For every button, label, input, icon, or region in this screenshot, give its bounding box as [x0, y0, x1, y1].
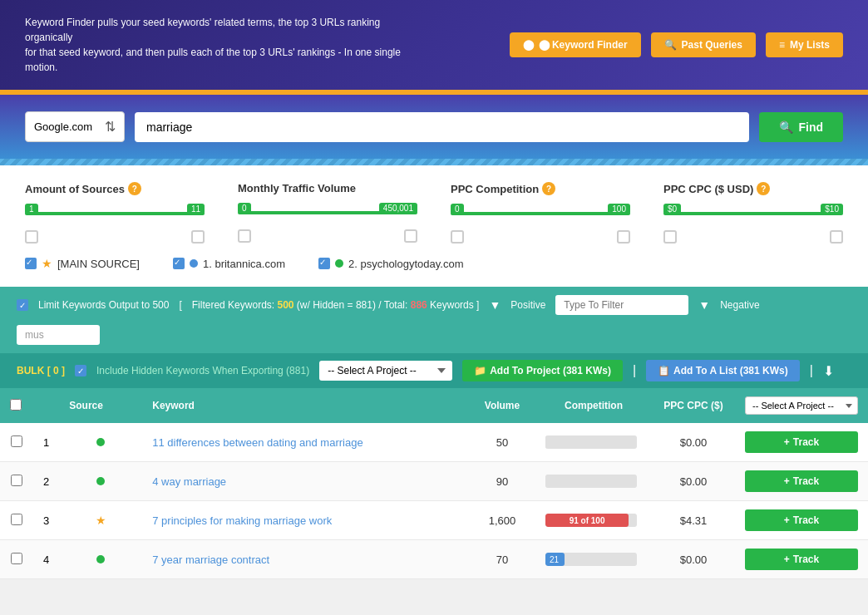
th-select [0, 388, 33, 423]
source2-checkbox[interactable] [318, 258, 330, 269]
find-button[interactable]: 🔍 Find [759, 112, 843, 142]
include-hidden-label: Include Hidden Keywords When Exporting (… [96, 365, 309, 376]
past-queries-button[interactable]: 🔍 Past Queries [651, 32, 756, 57]
source1-dot-icon [190, 259, 198, 268]
bulk-project-select[interactable]: -- Select A Project -- [319, 361, 452, 381]
sources-thumb-left[interactable] [25, 230, 38, 244]
row-track-cell: + Track [735, 501, 868, 540]
header-description: Keyword Finder pulls your seed keywords'… [25, 15, 424, 75]
sources-min-badge: 1 [25, 204, 38, 214]
competition-bar-fill-red: 91 of 100 [545, 514, 629, 527]
sources-track [25, 212, 205, 215]
search-engine-select[interactable]: Google.com ⇅ [25, 111, 125, 142]
row-ppc-cpc: $0.00 [652, 540, 735, 579]
keyword-link[interactable]: 4 way marriage [152, 475, 226, 488]
table-row: 3★7 principles for making marriage work1… [0, 501, 868, 540]
filter-amount-sources: Amount of Sources ? 1 11 [25, 182, 205, 244]
add-to-list-button[interactable]: 📋 Add To A List (381 KWs) [646, 360, 800, 381]
plus-icon: + [784, 436, 790, 448]
cpc-thumb-left[interactable] [663, 230, 677, 244]
row-checkbox[interactable] [11, 553, 22, 564]
keywords-table-container: Source Keyword Volume Competition PPC CP… [0, 388, 868, 579]
source1-item: 1. britannica.com [173, 258, 285, 270]
sources-thumb-right[interactable] [191, 230, 205, 244]
th-number [33, 388, 59, 423]
cpc-thumb-right[interactable] [830, 230, 843, 244]
row-volume: 50 [469, 423, 535, 462]
sources-row: ★ [MAIN SOURCE] 1. britannica.com 2. psy… [25, 257, 843, 270]
ppc-comp-thumb-right[interactable] [617, 230, 630, 244]
track-button[interactable]: + Track [745, 470, 858, 492]
traffic-min-badge: 0 [238, 203, 251, 214]
include-hidden-checkbox[interactable]: ✓ [75, 365, 86, 376]
my-lists-button[interactable]: ≡ My Lists [766, 32, 843, 57]
ppc-comp-thumb-left[interactable] [451, 230, 464, 244]
row-track-cell: + Track [735, 423, 868, 462]
search-engine-label: Google.com [34, 121, 92, 133]
positive-label: Positive [510, 299, 545, 311]
filter-ppc-cpc-label: PPC CPC ($ USD) ? [663, 182, 843, 195]
competition-bar-fill [545, 475, 550, 488]
traffic-thumb-right[interactable] [404, 229, 417, 243]
filter-positive-icon: ▼ [489, 298, 501, 312]
row-source [59, 423, 142, 462]
track-button[interactable]: + Track [745, 509, 858, 531]
ppc-comp-track [451, 212, 630, 215]
limit-label: Limit Keywords Output to 500 [38, 299, 169, 311]
row-number: 4 [33, 540, 59, 579]
keyword-link[interactable]: 7 year marriage contract [152, 554, 269, 566]
main-source-checkbox[interactable] [25, 258, 37, 269]
th-ppc-cpc: PPC CPC ($) [652, 388, 735, 423]
help-sources-icon[interactable]: ? [128, 182, 141, 195]
row-checkbox[interactable] [11, 475, 22, 486]
folder-icon: 📁 [474, 365, 486, 376]
positive-filter-input[interactable] [555, 295, 688, 315]
row-source [59, 462, 142, 501]
hidden-label: (w/ Hidden = 881) / Total: [297, 299, 408, 311]
ppc-comp-range[interactable]: 0 100 [451, 204, 630, 224]
keyword-finder-button[interactable]: ⬤ ⬤ Keyword Finder [510, 32, 641, 57]
list-icon: 📋 [658, 365, 670, 376]
download-icon[interactable]: ⬇ [823, 363, 834, 379]
source1-checkbox[interactable] [173, 258, 185, 269]
row-ppc-cpc: $0.00 [652, 423, 735, 462]
add-to-project-button[interactable]: 📁 Add To Project (381 KWs) [462, 360, 623, 381]
cpc-range[interactable]: $0 $10 [663, 204, 843, 224]
limit-checkbox[interactable]: ✓ [17, 299, 28, 311]
source2-label: 2. psychologytoday.com [348, 258, 464, 270]
row-ppc-cpc: $0.00 [652, 462, 735, 501]
keyword-link[interactable]: 7 principles for making marriage work [152, 514, 332, 527]
my-lists-icon: ≡ [779, 39, 785, 51]
green-dot-icon [96, 477, 105, 485]
negative-filter-input[interactable] [17, 325, 100, 345]
table-row: 111 differences between dating and marri… [0, 423, 868, 462]
row-ppc-cpc: $4.31 [652, 501, 735, 540]
search-input[interactable] [135, 112, 749, 142]
header-project-select[interactable]: -- Select A Project -- [745, 396, 858, 415]
sources-range-inputs [25, 230, 205, 244]
track-button[interactable]: + Track [745, 549, 858, 570]
help-cpc-icon[interactable]: ? [757, 182, 770, 195]
ppc-comp-range-inputs [451, 230, 630, 244]
main-source-label: [MAIN SOURCE] [57, 258, 140, 270]
keyword-link[interactable]: 11 differences between dating and marria… [152, 436, 362, 449]
row-checkbox[interactable] [11, 435, 22, 447]
th-volume: Volume [469, 388, 535, 423]
row-checkbox[interactable] [11, 514, 22, 525]
traffic-range[interactable]: 0 450,001 [238, 203, 417, 223]
traffic-max-badge: 450,001 [379, 203, 417, 214]
row-competition: 21 [535, 540, 652, 579]
source1-label: 1. britannica.com [203, 258, 285, 270]
help-ppc-icon[interactable]: ? [542, 182, 555, 195]
row-volume: 1,600 [469, 501, 535, 540]
track-button[interactable]: + Track [745, 431, 858, 453]
competition-bar-bg: 21 [545, 553, 637, 566]
competition-bar-fill [545, 435, 547, 449]
competition-bar-bg [545, 435, 637, 449]
traffic-thumb-left[interactable] [238, 229, 251, 243]
keywords-toolbar: ✓ Limit Keywords Output to 500 [ Filtere… [0, 287, 868, 353]
row-keyword: 4 way marriage [142, 462, 469, 501]
row-number: 3 [33, 501, 59, 540]
select-all-checkbox[interactable] [10, 399, 22, 411]
sources-range[interactable]: 1 11 [25, 204, 205, 224]
